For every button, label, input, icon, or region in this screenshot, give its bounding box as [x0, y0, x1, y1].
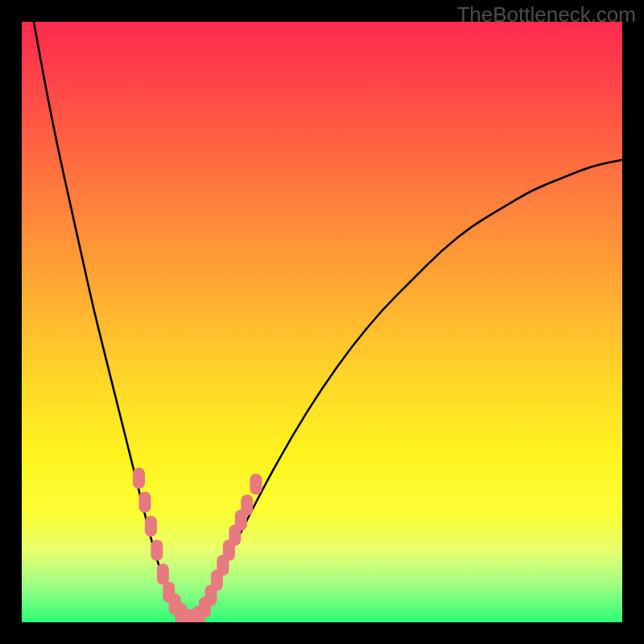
data-marker	[133, 468, 145, 489]
data-marker	[241, 495, 253, 516]
data-marker	[145, 516, 157, 537]
data-marker	[250, 473, 262, 494]
bottleneck-curve	[34, 22, 622, 619]
data-marker	[157, 564, 169, 584]
marker-group	[133, 468, 262, 622]
plot-area	[22, 22, 622, 622]
data-marker	[151, 539, 163, 560]
chart-svg	[22, 22, 622, 622]
chart-stage: TheBottleneck.com	[0, 0, 644, 644]
data-marker	[138, 492, 151, 513]
